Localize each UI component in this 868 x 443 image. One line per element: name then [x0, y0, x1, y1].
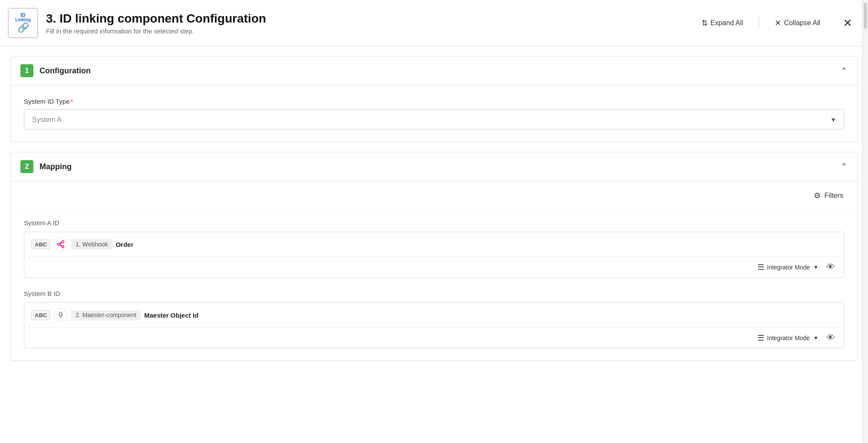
system-b-eye-button[interactable]: 👁 [824, 332, 838, 344]
integrator-mode-label-a: Integrator Mode [767, 264, 810, 271]
system-b-mode-row: ☰ Integrator Mode ▼ 👁 [24, 328, 844, 348]
mapping-chevron-icon: ⌃ [840, 161, 848, 172]
page-header: ID Linking 🔗 3. ID linking component Con… [0, 0, 868, 46]
integrator-mode-label-b: Integrator Mode [767, 335, 810, 341]
system-b-abc-token: ABC [31, 310, 50, 320]
scrollbar[interactable] [862, 0, 868, 443]
page-subtitle: Fill in the required information for the… [46, 27, 698, 35]
system-a-id-tokens: ABC 1. Webhook Order [24, 232, 844, 257]
system-b-id-input-row: ABC 2. Maester-component Maester Object … [24, 302, 844, 348]
filters-button[interactable]: ⚙ Filters [809, 188, 848, 203]
system-b-id-tokens: ABC 2. Maester-component Maester Object … [24, 303, 844, 328]
collapse-all-label: Collapse All [784, 19, 820, 27]
webhook-icon [54, 237, 68, 251]
system-id-type-wrapper: System A System B System C ▼ [24, 109, 844, 130]
eye-icon-b: 👁 [826, 333, 835, 342]
system-a-mode-row: ☰ Integrator Mode ▼ 👁 [24, 257, 844, 277]
maester-icon [54, 308, 68, 322]
system-b-source-label: 2. Maester-component [71, 310, 141, 320]
filters-icon: ⚙ [814, 191, 821, 200]
system-id-type-label: System ID Type* [24, 98, 844, 105]
actions-divider [759, 17, 759, 29]
mapping-section: 2 Mapping ⌃ ⚙ Filters System A ID ABC [10, 152, 858, 361]
configuration-section: 1 Configuration ⌃ System ID Type* System… [10, 56, 858, 142]
header-title-block: 3. ID linking component Configuration Fi… [46, 11, 698, 35]
expand-all-icon: ⇅ [701, 18, 708, 28]
system-b-id-block: System B ID ABC 2. Maester-compone [24, 290, 844, 348]
logo-icon: 🔗 [17, 22, 29, 33]
integrator-mode-icon-b: ☰ [757, 333, 764, 343]
integrator-mode-icon-a: ☰ [757, 263, 764, 272]
close-button[interactable]: ✕ [839, 15, 856, 32]
configuration-section-header[interactable]: 1 Configuration ⌃ [11, 56, 857, 85]
collapse-all-icon: ✕ [775, 18, 781, 28]
logo-text-linking: Linking [15, 18, 31, 22]
mapping-badge: 2 [20, 160, 33, 173]
close-icon: ✕ [843, 16, 852, 30]
configuration-title: Configuration [39, 66, 840, 75]
filters-row: ⚙ Filters [11, 181, 857, 210]
svg-point-0 [59, 312, 62, 315]
integrator-mode-arrow-b: ▼ [813, 335, 819, 341]
system-a-id-label: System A ID [24, 219, 844, 226]
system-a-source-label: 1. Webhook [71, 239, 112, 249]
system-a-id-block: System A ID ABC 1. Webhook Order [24, 219, 844, 278]
scrollbar-thumb[interactable] [864, 3, 867, 29]
configuration-badge: 1 [20, 64, 33, 77]
system-a-eye-button[interactable]: 👁 [824, 261, 838, 273]
main-content: 1 Configuration ⌃ System ID Type* System… [0, 56, 868, 378]
system-a-abc-token: ABC [31, 240, 50, 249]
system-a-value-label: Order [116, 241, 134, 248]
mapping-section-header[interactable]: 2 Mapping ⌃ [11, 152, 857, 181]
mapping-body: System A ID ABC 1. Webhook Order [11, 210, 857, 361]
configuration-body: System ID Type* System A System B System… [11, 85, 857, 142]
system-id-type-select[interactable]: System A System B System C [24, 109, 844, 130]
system-a-id-input-row: ABC 1. Webhook Order ☰ In [24, 232, 844, 278]
required-marker: * [71, 98, 73, 105]
expand-all-button[interactable]: ⇅ Expand All [698, 16, 747, 30]
system-b-value-label: Maester Object Id [144, 312, 198, 319]
logo: ID Linking 🔗 [8, 8, 38, 38]
integrator-mode-arrow-a: ▼ [813, 264, 819, 270]
eye-icon-a: 👁 [826, 262, 835, 272]
system-b-integrator-mode-button[interactable]: ☰ Integrator Mode ▼ [757, 333, 819, 343]
system-a-integrator-mode-button[interactable]: ☰ Integrator Mode ▼ [757, 263, 819, 272]
header-actions: ⇅ Expand All ✕ Collapse All ✕ [698, 15, 856, 32]
mapping-title: Mapping [39, 162, 840, 171]
filters-label: Filters [824, 192, 843, 200]
configuration-chevron-icon: ⌃ [840, 66, 848, 76]
expand-all-label: Expand All [710, 19, 743, 27]
system-b-id-label: System B ID [24, 290, 844, 297]
collapse-all-button[interactable]: ✕ Collapse All [771, 16, 824, 30]
page-title: 3. ID linking component Configuration [46, 11, 698, 26]
